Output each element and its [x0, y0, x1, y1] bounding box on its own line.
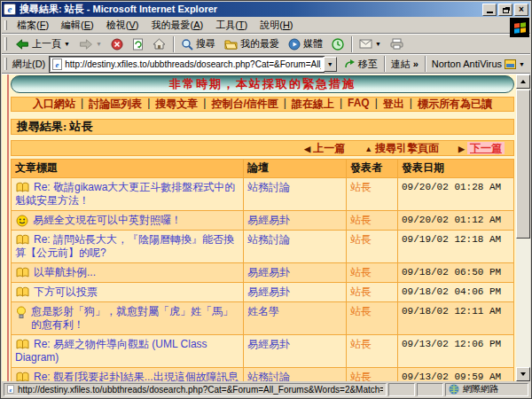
restore-icon [503, 8, 509, 13]
topic-link[interactable]: 下方可以投票 [34, 286, 98, 298]
smiley-icon [16, 215, 28, 227]
site-nav-bar: 入口網站|討論區列表|搜尋文章|控制台/信件匣|誰在線上|FAQ|登出|標示所有… [11, 97, 514, 112]
topic-link[interactable]: 愈是影射「狗」，就愈對屬「虎」姓「馬」的愈有利！ [31, 305, 233, 331]
author-link[interactable]: 站長 [350, 233, 372, 246]
forward-dropdown-icon[interactable]: ▼ [96, 41, 102, 47]
norton-antivirus-button[interactable]: Norton AntiVirus ▼ [428, 58, 528, 70]
toolbar-grip[interactable] [4, 58, 7, 70]
topic-link[interactable]: Re: 敬請gikawa大大更正斗數排盤程式中的魁鉞安星方法！ [15, 181, 235, 207]
forum-link[interactable]: 易經易卦 [247, 266, 290, 278]
menu-item[interactable]: 說明(H) [254, 17, 299, 34]
next-page-link[interactable]: 下一篇 [467, 142, 505, 154]
search-engine-page-link[interactable]: 搜尋引擎頁面 [375, 142, 439, 154]
banner-text: 非常時期，本站採取的緊急措施 [169, 76, 356, 92]
favorites-button[interactable]: 我的最愛 [220, 35, 284, 53]
norton-dropdown-icon[interactable]: ▼ [519, 61, 525, 67]
address-label: 網址(D) [12, 58, 45, 71]
address-bar: 網址(D) e http://destiny.xfiles.to/ubbthre… [2, 55, 530, 74]
stop-button[interactable] [106, 35, 128, 53]
ie-page-icon: e [52, 59, 62, 70]
topic-link[interactable]: 以華航卦例... [34, 266, 96, 278]
author-link[interactable]: 站長 [350, 286, 372, 298]
bulb-icon [16, 306, 27, 319]
nav-separator: | [340, 97, 342, 112]
forward-icon [79, 39, 93, 50]
nav-link-2[interactable]: 討論區列表 [89, 97, 142, 112]
forward-button[interactable]: ▼ [74, 36, 106, 52]
menu-item[interactable]: 檔案(F) [11, 17, 55, 34]
nav-separator: | [147, 97, 150, 112]
table-row: Re: 敬請gikawa大大更正斗數排盤程式中的魁鉞安星方法！站務討論站長09/… [12, 177, 513, 210]
column-header: 論壇 [244, 160, 347, 177]
nav-link-7[interactable]: 登出 [383, 97, 404, 112]
forum-link[interactable]: 站務討論 [247, 233, 290, 246]
restore-button[interactable] [498, 4, 512, 16]
page-content: 非常時期，本站採取的緊急措施 入口網站|討論區列表|搜尋文章|控制台/信件匣|誰… [2, 74, 530, 381]
forum-link[interactable]: 站務討論 [247, 181, 290, 193]
scrollbar-thumb[interactable] [516, 90, 530, 239]
forum-link[interactable]: 姓名學 [247, 305, 279, 317]
minimize-button[interactable] [482, 4, 497, 16]
address-input[interactable]: e http://destiny.xfiles.to/ubbthreads/do… [50, 57, 323, 72]
table-body: Re: 敬請gikawa大大更正斗數排盤程式中的魁鉞安星方法！站務討論站長09/… [12, 177, 513, 381]
site-notice-banner: 非常時期，本站採取的緊急措施 [11, 75, 514, 93]
links-button[interactable]: 連結 » [387, 57, 422, 72]
refresh-button[interactable] [128, 35, 148, 53]
topic-link[interactable]: Re: 易經之物件導向觀點 (UML Class Diagram) [15, 338, 207, 364]
author-link[interactable]: 站長 [350, 305, 372, 317]
author-link[interactable]: 站長 [350, 371, 372, 381]
menu-bar: 檔案(F)編輯(E)檢視(V)我的最愛(A)工具(T)說明(H) [2, 18, 530, 34]
media-button[interactable]: 媒體 [284, 35, 327, 53]
print-button[interactable] [386, 35, 408, 52]
forum-link[interactable]: 易經易卦 [247, 286, 290, 298]
home-button[interactable] [148, 35, 170, 52]
nav-separator: | [284, 97, 286, 112]
forum-link[interactable]: 易經易卦 [247, 214, 290, 226]
toolbar-grip[interactable] [4, 20, 7, 31]
chevron-icon[interactable]: » [413, 59, 419, 69]
scroll-up-icon [520, 80, 526, 83]
go-button[interactable]: 移至 [340, 57, 381, 72]
book-icon [16, 182, 29, 193]
forum-link[interactable]: 易經易卦 [247, 338, 290, 350]
close-button[interactable]: × [514, 4, 528, 16]
scroll-down-button[interactable] [516, 367, 530, 381]
back-dropdown-icon[interactable]: ▼ [64, 41, 70, 47]
nav-link-8[interactable]: 標示所有為已讀 [418, 97, 492, 112]
mail-dropdown-icon[interactable]: ▼ [375, 41, 381, 47]
history-button[interactable] [327, 35, 348, 53]
nav-link-3[interactable]: 搜尋文章 [155, 97, 198, 112]
topic-link[interactable]: Re: 觀看[我要起卦]結果...出現這個故障訊息 [34, 371, 239, 381]
page-left-border [7, 74, 9, 381]
toolbar-separator [425, 56, 426, 72]
author-link[interactable]: 站長 [350, 338, 372, 350]
nav-link-5[interactable]: 誰在線上 [292, 97, 334, 112]
topic-link[interactable]: Re: 請問站長大大，『陰陽曆轉換』能否換算【公元前】的呢? [15, 233, 234, 259]
nav-link-6[interactable]: FAQ [348, 97, 370, 112]
author-link[interactable]: 站長 [350, 181, 372, 193]
post-date: 09/18/02 06:50 PM [398, 263, 513, 282]
svg-text:e: e [10, 387, 12, 393]
author-link[interactable]: 站長 [350, 266, 372, 278]
address-dropdown-button[interactable]: ▼ [324, 57, 337, 72]
post-date: 09/18/02 12:11 AM [398, 302, 513, 334]
prev-page-link[interactable]: 上一篇 [313, 142, 345, 154]
menu-item[interactable]: 工具(T) [209, 17, 254, 34]
toolbar-grip[interactable] [4, 37, 7, 51]
nav-link-1[interactable]: 入口網站 [33, 97, 75, 112]
menu-item[interactable]: 編輯(E) [55, 17, 100, 34]
menu-item[interactable]: 我的最愛(A) [145, 17, 209, 34]
page-scrollbar[interactable] [516, 74, 530, 381]
mail-button[interactable]: ▼ [355, 36, 386, 51]
author-link[interactable]: 站長 [350, 214, 372, 226]
menu-item[interactable]: 檢視(V) [100, 17, 145, 34]
search-button[interactable]: 搜尋 [176, 35, 220, 53]
prev-arrow-icon: ◀ [304, 145, 310, 153]
nav-link-4[interactable]: 控制台/信件匣 [211, 97, 278, 112]
ie-throbber-windows-logo-icon [510, 18, 529, 37]
back-button[interactable]: 上一頁 ▼ [11, 35, 74, 53]
forum-link[interactable]: 站務討論 [247, 371, 290, 381]
scroll-up-button[interactable] [516, 74, 530, 89]
topic-link[interactable]: 易經全文現在可以中英對照囉！ [33, 214, 182, 226]
windows-flag-icon [514, 22, 526, 33]
